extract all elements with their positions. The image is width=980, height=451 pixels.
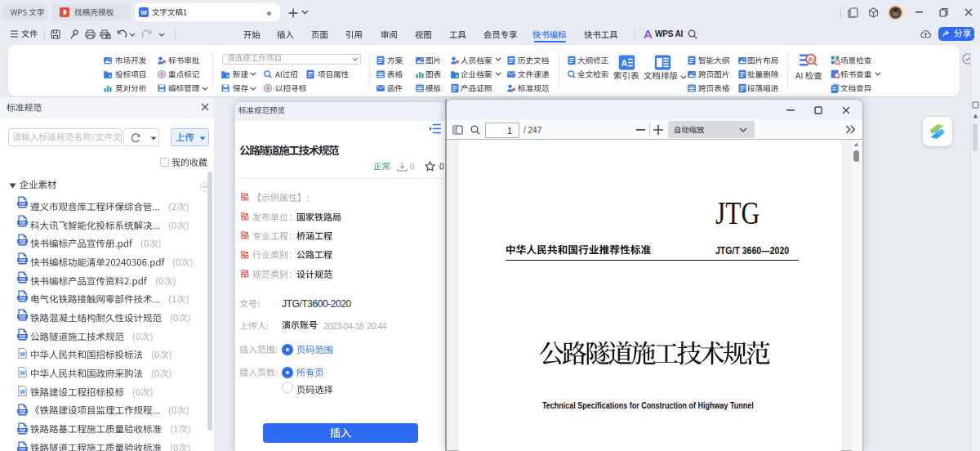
svg-text:W: W [140,9,147,16]
svg-text:A: A [621,58,627,68]
svg-text:JTG: JTG [715,194,760,231]
svg-text:AI: AI [808,56,814,62]
svg-text:JTG/T 3660—2020: JTG/T 3660—2020 [715,245,789,256]
svg-text:Technical Specifications for C: Technical Specifications for Constructio… [542,400,754,410]
